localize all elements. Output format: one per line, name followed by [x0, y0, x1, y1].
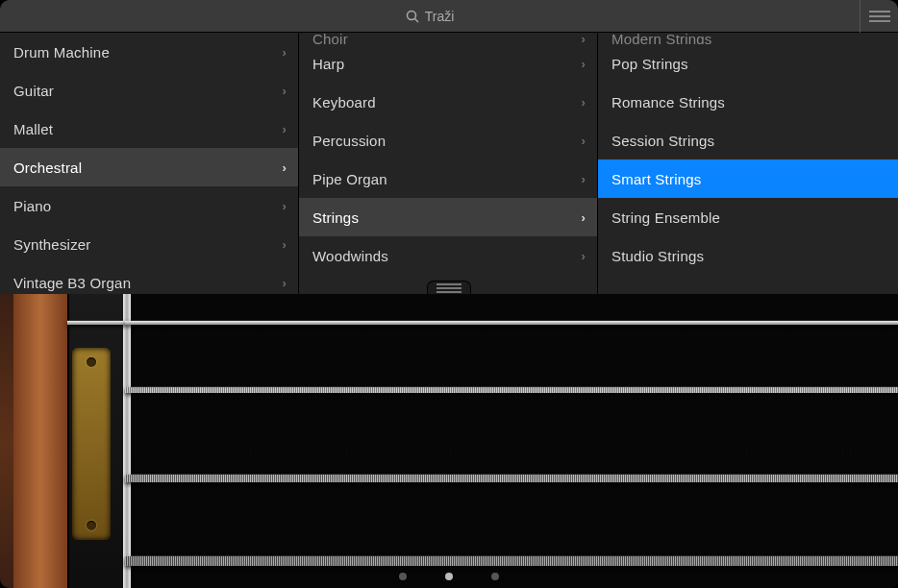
- string-2[interactable]: [125, 387, 898, 393]
- svg-line-1: [414, 18, 418, 22]
- col2-item[interactable]: Woodwinds›: [299, 236, 597, 275]
- preset-column: Modern StringsPop StringsRomance Strings…: [598, 33, 898, 294]
- page-dot[interactable]: [491, 573, 499, 580]
- col3-item[interactable]: Smart Strings: [598, 159, 898, 198]
- string-4[interactable]: [125, 556, 898, 566]
- chevron-right-icon: ›: [581, 249, 586, 263]
- subcategory-column: Choir›Harp›Keyboard›Percussion›Pipe Orga…: [299, 33, 598, 294]
- chevron-right-icon: ›: [282, 237, 287, 252]
- app-window: Traži Drum Machine›Guitar›Mallet›Orchest…: [0, 0, 898, 588]
- col3-item[interactable]: Romance Strings: [598, 83, 898, 121]
- row-label: Studio Strings: [611, 248, 704, 264]
- chevron-right-icon: ›: [282, 45, 287, 60]
- instrument-browser: Drum Machine›Guitar›Mallet›Orchestral›Pi…: [0, 33, 898, 294]
- row-label: Choir: [312, 33, 348, 44]
- col1-item[interactable]: Piano›: [0, 186, 298, 225]
- row-label: Smart Strings: [611, 171, 701, 187]
- col1-item[interactable]: Drum Machine›: [0, 33, 298, 71]
- brass-plate: [72, 348, 111, 540]
- col1-item[interactable]: Orchestral›: [0, 148, 298, 186]
- col2-item[interactable]: Pipe Organ›: [299, 159, 597, 198]
- row-label: Strings: [312, 209, 359, 226]
- col3-item[interactable]: Pop Strings: [598, 44, 898, 83]
- row-label: Guitar: [13, 83, 54, 99]
- chevron-right-icon: ›: [581, 172, 586, 186]
- string-1[interactable]: [125, 321, 898, 325]
- col2-item[interactable]: Keyboard›: [299, 83, 597, 121]
- row-label: Vintage B3 Organ: [13, 275, 131, 291]
- row-label: Piano: [13, 198, 51, 214]
- chevron-right-icon: ›: [282, 276, 287, 290]
- chevron-right-icon: ›: [581, 210, 586, 225]
- col2-item[interactable]: Harp›: [299, 44, 597, 83]
- chevron-right-icon: ›: [581, 95, 586, 110]
- row-label: Synthesizer: [13, 236, 91, 253]
- col3-item[interactable]: Modern Strings: [598, 33, 898, 44]
- nut: [123, 294, 131, 588]
- col1-item[interactable]: Mallet›: [0, 110, 298, 148]
- search-placeholder: Traži: [425, 9, 455, 24]
- instrument-view[interactable]: [0, 294, 898, 588]
- col3-item[interactable]: Studio Strings: [598, 236, 898, 275]
- string-3[interactable]: [125, 475, 898, 482]
- chevron-right-icon: ›: [581, 134, 586, 148]
- page-dot[interactable]: [399, 573, 407, 580]
- col3-item[interactable]: Session Strings: [598, 121, 898, 159]
- search-field[interactable]: Traži: [0, 9, 860, 24]
- row-label: Modern Strings: [611, 33, 712, 44]
- row-label: Keyboard: [312, 94, 376, 110]
- drag-handle[interactable]: [427, 281, 471, 294]
- row-label: Mallet: [13, 121, 53, 137]
- row-label: Session Strings: [611, 133, 714, 149]
- menu-button[interactable]: [860, 0, 898, 33]
- row-label: Pipe Organ: [312, 171, 387, 187]
- row-label: Pop Strings: [611, 56, 688, 72]
- top-bar: Traži: [0, 0, 898, 33]
- col2-item[interactable]: Strings›: [299, 198, 597, 236]
- chevron-right-icon: ›: [581, 57, 586, 71]
- col2-item[interactable]: Percussion›: [299, 121, 597, 159]
- row-label: String Ensemble: [611, 209, 720, 226]
- col1-item[interactable]: Guitar›: [0, 71, 298, 110]
- col2-item[interactable]: Choir›: [299, 33, 597, 44]
- chevron-right-icon: ›: [282, 122, 287, 136]
- row-label: Percussion: [312, 133, 386, 149]
- page-dots: [0, 573, 898, 580]
- row-label: Drum Machine: [13, 44, 110, 61]
- row-label: Harp: [312, 56, 344, 72]
- category-column: Drum Machine›Guitar›Mallet›Orchestral›Pi…: [0, 33, 299, 294]
- svg-point-0: [407, 11, 415, 19]
- col1-item[interactable]: Vintage B3 Organ›: [0, 263, 298, 294]
- row-label: Woodwinds: [312, 248, 388, 264]
- chevron-right-icon: ›: [282, 160, 287, 175]
- chevron-right-icon: ›: [282, 199, 287, 213]
- row-label: Romance Strings: [611, 94, 725, 110]
- row-label: Orchestral: [13, 159, 82, 176]
- chevron-right-icon: ›: [282, 84, 287, 98]
- col1-item[interactable]: Synthesizer›: [0, 225, 298, 263]
- string-neck: [0, 294, 125, 588]
- col3-item[interactable]: String Ensemble: [598, 198, 898, 236]
- page-dot[interactable]: [445, 573, 453, 580]
- search-icon: [406, 10, 419, 23]
- chevron-right-icon: ›: [581, 33, 586, 44]
